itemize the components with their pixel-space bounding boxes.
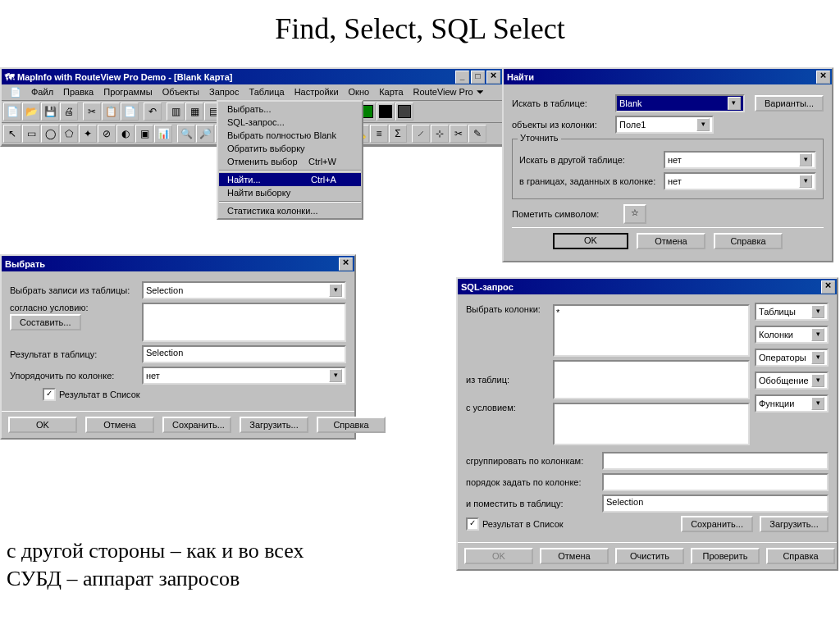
order-select[interactable]: нет▾ [142, 367, 346, 385]
tb-open[interactable]: 📂 [22, 103, 40, 121]
sql-close[interactable] [821, 280, 835, 294]
func-drop[interactable]: Функции▾ [755, 394, 829, 412]
tb2-invert[interactable]: ◐ [116, 125, 135, 143]
mi-find-selection[interactable]: Найти выборку [219, 186, 361, 199]
search-table-select[interactable]: Blank▾ [615, 94, 745, 112]
tb2-edit[interactable]: ✎ [468, 125, 486, 143]
close-button[interactable] [486, 71, 500, 84]
tb2-zoom-in[interactable]: 🔍 [177, 125, 195, 143]
bounds-select[interactable]: нет▾ [664, 172, 816, 190]
tb2-cancel[interactable]: ⊘ [98, 125, 116, 143]
group-input[interactable] [602, 452, 829, 470]
main-titlebar: 🗺 MapInfo with RouteView Pro Demo - [Bla… [2, 69, 502, 84]
tb-cut[interactable]: ✂ [83, 103, 101, 121]
mi-unselect[interactable]: Отменить выборCtrl+W [219, 155, 361, 168]
from-text[interactable] [553, 360, 750, 399]
mi-find[interactable]: Найти...Ctrl+A [219, 173, 361, 186]
menu-routeview[interactable]: RouteView Pro ⏷ [409, 86, 490, 98]
sql-help[interactable]: Справка [766, 548, 835, 564]
objects-col-select[interactable]: Поле1▾ [615, 116, 714, 134]
select-close[interactable] [339, 258, 353, 271]
menu-map[interactable]: Карта [374, 86, 408, 98]
sql-verify[interactable]: Проверить [691, 548, 760, 564]
doc-icon[interactable]: 📄 [5, 86, 26, 98]
mi-invert[interactable]: Обратить выборку [219, 142, 361, 155]
tb-new[interactable]: 📄 [3, 103, 21, 121]
records-select[interactable]: Selection▾ [142, 281, 346, 299]
select-ok[interactable]: OK [8, 417, 77, 433]
menu-programs[interactable]: Программы [98, 86, 157, 98]
tb2-marquee[interactable]: ▭ [22, 125, 40, 143]
tb-win2[interactable]: ▦ [185, 103, 203, 121]
mi-col-stats[interactable]: Статистика колонки... [219, 204, 361, 217]
find-close[interactable] [816, 71, 830, 84]
menu-query[interactable]: Запрос [204, 86, 244, 98]
agg-drop[interactable]: Обобщение▾ [755, 371, 829, 390]
find-cancel[interactable]: Отмена [637, 233, 705, 249]
select-help[interactable]: Справка [317, 417, 386, 433]
tb2-stats[interactable]: Σ [389, 125, 407, 143]
minimize-button[interactable] [455, 71, 469, 84]
variants-button[interactable]: Варианты... [755, 95, 824, 112]
maximize-button[interactable] [471, 71, 485, 84]
result-list-checkbox[interactable]: ✓Результат в Список [43, 388, 140, 401]
tb2-arrow[interactable]: ↖ [3, 125, 21, 143]
tb-paste[interactable]: 📄 [121, 103, 139, 121]
menu-window[interactable]: Окно [344, 86, 375, 98]
tb-print[interactable]: 🖨 [60, 103, 78, 121]
into-input[interactable]: Selection [602, 495, 829, 513]
main-window: 🗺 MapInfo with RouteView Pro Demo - [Bla… [0, 67, 504, 147]
other-table-select[interactable]: нет▾ [664, 151, 816, 169]
select-cancel[interactable]: Отмена [85, 417, 154, 433]
tb2-poly-sel[interactable]: ⬠ [60, 125, 78, 143]
tb-sq6[interactable] [395, 103, 413, 121]
cols-text[interactable]: * [553, 304, 750, 357]
tb2-legend[interactable]: ≡ [370, 125, 388, 143]
tb-undo[interactable]: ↶ [144, 103, 162, 121]
tb-copy[interactable]: 📋 [102, 103, 120, 121]
tb2-lasso[interactable]: ✦ [79, 125, 97, 143]
find-ok[interactable]: OK [553, 233, 628, 249]
ops-drop[interactable]: Операторы▾ [755, 349, 829, 367]
tb2-snap[interactable]: ⊹ [431, 125, 449, 143]
lbl-records: Выбрать записи из таблицы: [10, 285, 137, 295]
sql-load[interactable]: Загрузить... [760, 516, 829, 532]
mark-symbol-button[interactable]: ☆ [623, 204, 646, 224]
select-save[interactable]: Сохранить... [162, 417, 231, 433]
tb2-clip[interactable]: ✂ [450, 125, 468, 143]
columns-drop[interactable]: Колонки▾ [755, 326, 829, 344]
mi-select[interactable]: Выбрать... [219, 103, 361, 116]
mi-select-all[interactable]: Выбрать полностью Blank [219, 129, 361, 142]
sqlorder-input[interactable] [602, 473, 829, 491]
lbl-bounds: в границах, заданных в колонке: [519, 176, 659, 186]
tb2-sel-all[interactable]: ▣ [135, 125, 153, 143]
condition-text[interactable] [142, 303, 346, 342]
tb-sq5[interactable] [377, 103, 395, 121]
menu-edit[interactable]: Правка [58, 86, 98, 98]
sql-dialog: SQL-запрос Выбрать колонки: * из таблиц:… [456, 277, 838, 571]
tb2-zoom-out[interactable]: 🔎 [196, 125, 214, 143]
compose-button[interactable]: Составить... [10, 314, 81, 330]
select-load[interactable]: Загрузить... [240, 417, 308, 433]
sql-result-list-checkbox[interactable]: ✓Результат в Список [466, 517, 564, 531]
sql-ok[interactable]: OK [464, 548, 533, 564]
menu-settings[interactable]: Настройки [290, 86, 344, 98]
menu-objects[interactable]: Объекты [158, 86, 204, 98]
where-text[interactable] [553, 403, 750, 445]
result-input[interactable]: Selection [142, 345, 346, 363]
lbl-cols: Выбрать колонки: [466, 304, 548, 314]
tables-drop[interactable]: Таблицы▾ [755, 303, 829, 321]
tb-win1[interactable]: ▥ [167, 103, 185, 121]
tb2-dist[interactable]: ⟋ [412, 125, 430, 143]
sql-cancel[interactable]: Отмена [540, 548, 609, 564]
lbl-order: Упорядочить по колонке: [10, 371, 137, 381]
mi-sql[interactable]: SQL-запрос... [219, 116, 361, 129]
tb-save[interactable]: 💾 [41, 103, 59, 121]
find-help[interactable]: Справка [714, 233, 783, 249]
menu-file[interactable]: Файл [26, 86, 58, 98]
sql-save[interactable]: Сохранить... [681, 516, 753, 532]
tb2-circle-sel[interactable]: ◯ [41, 125, 59, 143]
sql-clear[interactable]: Очистить [615, 548, 684, 564]
menu-table[interactable]: Таблица [244, 86, 289, 98]
tb2-chart[interactable]: 📊 [154, 125, 172, 143]
